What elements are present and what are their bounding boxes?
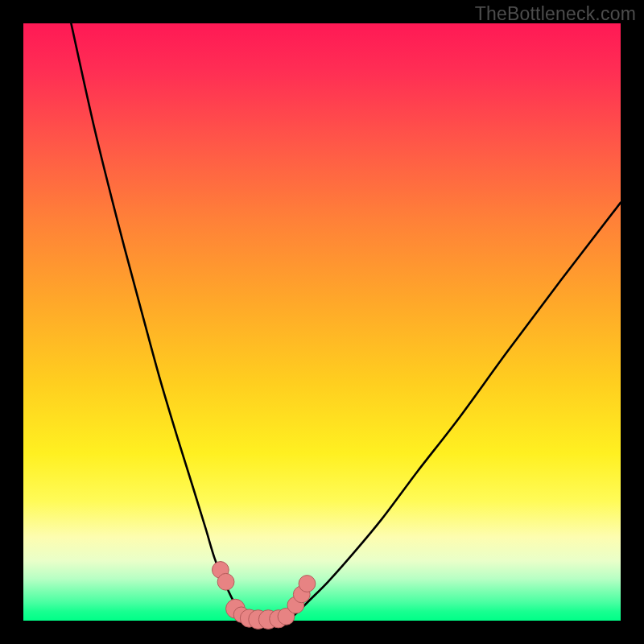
- chart-svg: [23, 23, 621, 621]
- bottleneck-curve: [71, 23, 621, 621]
- chart-plot-area: [23, 23, 621, 621]
- data-markers: [212, 562, 315, 630]
- watermark-text: TheBottleneck.com: [475, 3, 636, 25]
- data-marker: [217, 573, 234, 590]
- chart-frame: TheBottleneck.com: [0, 0, 644, 644]
- data-marker: [299, 576, 316, 592]
